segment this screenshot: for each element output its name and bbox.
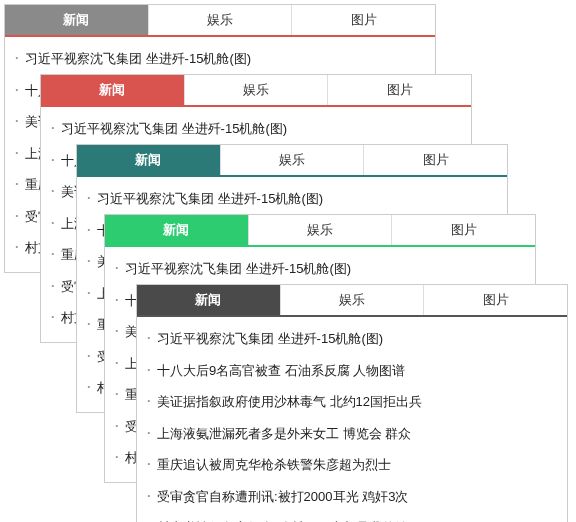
tab-bar: 新闻 娱乐 图片 xyxy=(77,145,507,177)
list-item[interactable]: 美证据指叙政府使用沙林毒气 北约12国拒出兵 xyxy=(147,386,557,418)
tab-news[interactable]: 新闻 xyxy=(105,215,249,245)
tab-entertainment[interactable]: 娱乐 xyxy=(249,215,393,245)
list-item[interactable]: 习近平视察沈飞集团 坐进歼-15机舱(图) xyxy=(51,113,461,145)
tab-pictures[interactable]: 图片 xyxy=(328,75,471,105)
list-item[interactable]: 重庆追认被周克华枪杀铁警朱彦超为烈士 xyxy=(147,449,557,481)
news-panel-dark: 新闻 娱乐 图片 习近平视察沈飞集团 坐进歼-15机舱(图) 十八大后9名高官被… xyxy=(136,284,568,522)
tab-entertainment[interactable]: 娱乐 xyxy=(149,5,293,35)
list-item[interactable]: 习近平视察沈飞集团 坐进歼-15机舱(图) xyxy=(147,323,557,355)
list-item[interactable]: 受审贪官自称遭刑讯:被打2000耳光 鸡奸3次 xyxy=(147,481,557,513)
news-list: 习近平视察沈飞集团 坐进歼-15机舱(图) 十八大后9名高官被查 石油系反腐 人… xyxy=(137,317,567,522)
tab-bar: 新闻 娱乐 图片 xyxy=(41,75,471,107)
list-item[interactable]: 习近平视察沈飞集团 坐进歼-15机舱(图) xyxy=(115,253,525,285)
tab-news[interactable]: 新闻 xyxy=(5,5,149,35)
tab-entertainment[interactable]: 娱乐 xyxy=(281,285,425,315)
list-item[interactable]: 习近平视察沈飞集团 坐进歼-15机舱(图) xyxy=(15,43,425,75)
list-item[interactable]: 十八大后9名高官被查 石油系反腐 人物图谱 xyxy=(147,355,557,387)
tab-entertainment[interactable]: 娱乐 xyxy=(221,145,365,175)
tab-pictures[interactable]: 图片 xyxy=(392,215,535,245)
tab-bar: 新闻 娱乐 图片 xyxy=(105,215,535,247)
tab-news[interactable]: 新闻 xyxy=(77,145,221,175)
tab-bar: 新闻 娱乐 图片 xyxy=(137,285,567,317)
list-item[interactable]: 习近平视察沈飞集团 坐进歼-15机舱(图) xyxy=(87,183,497,215)
tab-pictures[interactable]: 图片 xyxy=(424,285,567,315)
tab-entertainment[interactable]: 娱乐 xyxy=(185,75,329,105)
tab-news[interactable]: 新闻 xyxy=(41,75,185,105)
tab-pictures[interactable]: 图片 xyxy=(364,145,507,175)
tab-news[interactable]: 新闻 xyxy=(137,285,281,315)
tab-bar: 新闻 娱乐 图片 xyxy=(5,5,435,37)
list-item[interactable]: 村支书性侵留守妇女 称村里一半都是我的娃 xyxy=(147,512,557,522)
list-item[interactable]: 上海液氨泄漏死者多是外来女工 博览会 群众 xyxy=(147,418,557,450)
tab-pictures[interactable]: 图片 xyxy=(292,5,435,35)
